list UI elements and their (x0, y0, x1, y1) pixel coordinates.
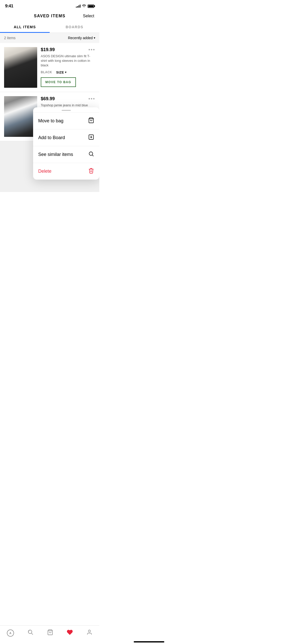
filter-bar: 2 items Recently added ▾ (0, 33, 99, 43)
product-color-1: BLACK (41, 70, 52, 74)
move-to-bag-button-1[interactable]: MOVE TO BAG (41, 77, 76, 87)
status-bar: 9:41 (0, 0, 99, 11)
search-icon (88, 151, 94, 158)
size-label-1: SIZE (56, 70, 64, 74)
context-delete-label: Delete (38, 169, 51, 174)
product-name-1: ASOS DESIGN ultimate slim fit T-shirt wi… (41, 54, 95, 68)
tab-all-items[interactable]: ALL ITEMS (0, 21, 50, 33)
page-header: SAVED ITEMS Select (0, 11, 99, 21)
svg-line-5 (92, 155, 93, 156)
product-details-1: $19.99 ••• ASOS DESIGN ultimate slim fit… (41, 47, 95, 88)
product-price-2: $69.99 (41, 96, 55, 101)
context-menu-add-to-board[interactable]: Add to Board (33, 129, 99, 146)
drag-handle (62, 110, 71, 111)
product-color-size-1: BLACK SIZE ▾ (41, 70, 95, 74)
context-menu-delete[interactable]: Delete (33, 163, 99, 180)
context-menu-move-to-bag[interactable]: Move to bag (33, 112, 99, 129)
item-count: 2 items (4, 36, 16, 40)
product-top-row-2: $69.99 ••• (41, 96, 95, 101)
product-top-row-1: $19.99 ••• (41, 47, 95, 52)
select-button[interactable]: Select (83, 14, 94, 18)
bag-icon (88, 117, 94, 125)
size-dropdown-1[interactable]: SIZE ▾ (56, 70, 67, 74)
sort-label: Recently added (68, 36, 93, 40)
signal-icon (76, 5, 80, 8)
status-icons (76, 4, 94, 8)
product-item-1: $19.99 ••• ASOS DESIGN ultimate slim fit… (0, 43, 99, 92)
context-menu-see-similar[interactable]: See similar items (33, 146, 99, 163)
product-more-button-2[interactable]: ••• (88, 96, 95, 101)
context-move-to-bag-label: Move to bag (38, 118, 63, 124)
sort-dropdown[interactable]: Recently added ▾ (68, 36, 95, 40)
product-more-button-1[interactable]: ••• (88, 47, 95, 52)
page-title: SAVED ITEMS (34, 14, 65, 18)
board-icon (88, 134, 94, 141)
tab-bar: ALL ITEMS BOARDS (0, 21, 99, 33)
tab-boards[interactable]: BOARDS (50, 21, 99, 33)
battery-icon (88, 5, 94, 8)
chevron-down-icon: ▾ (94, 36, 95, 40)
size-chevron-icon-1: ▾ (65, 70, 66, 74)
context-menu: Move to bag Add to Board (33, 107, 99, 180)
product-image-2[interactable] (4, 96, 37, 137)
context-add-to-board-label: Add to Board (38, 135, 65, 140)
wifi-icon (82, 4, 86, 8)
product-item-2-wrapper: $69.99 ••• Topshop jamie jeans in mid bl… (0, 92, 99, 141)
product-list: $19.99 ••• ASOS DESIGN ultimate slim fit… (0, 43, 99, 141)
status-time: 9:41 (5, 4, 13, 9)
product-price-1: $19.99 (41, 47, 55, 52)
product-name-2: Topshop jamie jeans in mid blue (41, 103, 95, 108)
product-image-1[interactable] (4, 47, 37, 88)
trash-icon (88, 168, 94, 175)
svg-point-4 (89, 152, 93, 155)
context-see-similar-label: See similar items (38, 152, 73, 157)
